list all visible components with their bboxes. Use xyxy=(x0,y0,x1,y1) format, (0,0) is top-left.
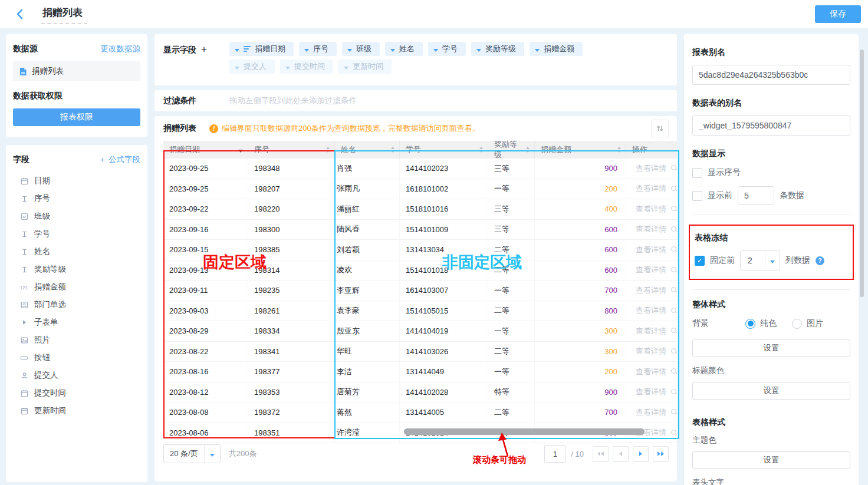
background-set-button[interactable]: 设置 xyxy=(692,339,850,357)
view-detail-link[interactable]: 查看详情 xyxy=(636,204,666,215)
page-number-input[interactable] xyxy=(544,445,565,463)
view-detail-link[interactable]: 查看详情 xyxy=(636,326,666,336)
column-header[interactable]: 捐赠金额 xyxy=(535,141,626,159)
field-item[interactable]: 序号 xyxy=(13,190,140,207)
last-page-button[interactable] xyxy=(653,446,669,462)
field-item[interactable]: 学号 xyxy=(13,225,140,243)
background-image-option[interactable]: 图片 xyxy=(792,318,823,329)
add-display-field-button[interactable]: + xyxy=(201,44,207,55)
previous-page-button[interactable] xyxy=(613,446,629,462)
display-field-chip[interactable]: 学号 xyxy=(428,42,466,56)
save-button[interactable]: 保存 xyxy=(815,5,861,23)
column-header[interactable]: 捐赠日期 xyxy=(163,141,248,159)
field-item[interactable]: 提交人 xyxy=(13,367,140,384)
sort-order-button[interactable] xyxy=(651,120,669,137)
magnifier-icon xyxy=(670,286,677,294)
freeze-columns-checkbox[interactable] xyxy=(695,256,705,266)
view-detail-link[interactable]: 查看详情 xyxy=(636,224,666,235)
cell-name: 潘丽红 xyxy=(335,199,400,220)
view-detail-link[interactable]: 查看详情 xyxy=(636,346,666,357)
page-size-select[interactable]: 20 条/页 xyxy=(163,444,221,463)
background-solid-option[interactable]: 纯色 xyxy=(745,318,777,329)
change-datasource-link[interactable]: 更改数据源 xyxy=(101,44,141,54)
cell-date: 2023-08-16 xyxy=(163,362,248,382)
chevron-down-icon xyxy=(433,49,438,52)
view-detail-link[interactable]: 查看详情 xyxy=(636,367,666,377)
display-field-chip[interactable]: 提交人 xyxy=(229,60,275,74)
view-detail-link[interactable]: 查看详情 xyxy=(636,163,666,174)
display-field-chip[interactable]: 捐赠日期 xyxy=(229,42,294,56)
next-page-button[interactable] xyxy=(633,446,649,462)
view-detail-link[interactable]: 查看详情 xyxy=(636,285,666,296)
field-item[interactable]: 提交时间 xyxy=(13,384,140,402)
preview-notice: 编辑界面只取数据源前200条作为查询数据预览，完整数据请访问页面查看。 xyxy=(209,123,480,134)
show-index-checkbox[interactable] xyxy=(692,168,702,178)
field-item[interactable]: 更新时间 xyxy=(13,402,140,420)
cell-action: 查看详情 xyxy=(626,382,677,403)
field-item[interactable]: 照片 xyxy=(13,331,140,349)
field-item[interactable]: 123捐赠金额 xyxy=(13,278,140,296)
page-count: / 10 xyxy=(571,450,584,458)
table-style-title: 表格样式 xyxy=(692,417,850,428)
cell-date: 2023-09-22 xyxy=(163,199,248,220)
field-item[interactable]: 姓名 xyxy=(13,243,140,260)
column-header[interactable]: 姓名 xyxy=(335,141,400,159)
view-detail-link[interactable]: 查看详情 xyxy=(636,387,666,397)
cell-student-id: 1414104019 xyxy=(400,321,488,342)
cell-amount: 200 xyxy=(535,179,626,200)
field-item[interactable]: 日期 xyxy=(13,172,140,190)
cell-name: 殷亚东 xyxy=(335,321,400,342)
display-field-chip[interactable]: 提交时间 xyxy=(280,60,333,74)
view-detail-link[interactable]: 查看详情 xyxy=(636,407,666,418)
data-display-title: 数据显示 xyxy=(692,149,850,159)
back-button[interactable] xyxy=(13,7,27,21)
person-icon xyxy=(20,371,28,380)
display-field-chip[interactable]: 序号 xyxy=(299,42,337,56)
cell-serial: 198351 xyxy=(248,423,335,444)
column-header[interactable]: 学号 xyxy=(400,141,488,159)
field-item[interactable]: 奖励等级 xyxy=(13,260,140,278)
vertical-scrollbar-thumb[interactable] xyxy=(860,50,864,297)
cell-grade: 二等 xyxy=(488,301,535,322)
view-detail-link[interactable]: 查看详情 xyxy=(636,183,666,194)
add-formula-field-link[interactable]: ＋ 公式字段 xyxy=(98,154,140,165)
column-header[interactable]: 奖励等级 xyxy=(488,141,535,159)
sort-desc-icon xyxy=(238,150,243,153)
display-field-chip[interactable]: 捐赠金额 xyxy=(530,42,583,56)
field-list: 日期序号班级学号姓名奖励等级123捐赠金额部门单选子表单照片按钮提交人提交时间更… xyxy=(13,172,140,420)
number-icon: 123 xyxy=(20,283,28,291)
cell-grade: 特等 xyxy=(488,382,535,403)
filter-dropzone[interactable]: 拖动左侧字段到此处来添加过滤条件 xyxy=(229,95,357,106)
cell-student-id: 131413034 xyxy=(400,240,488,260)
display-field-chip[interactable]: 奖励等级 xyxy=(471,42,524,56)
datasource-item[interactable]: 捐赠列表 xyxy=(13,61,140,81)
field-label: 提交时间 xyxy=(34,388,66,398)
cell-serial: 198261 xyxy=(248,301,335,322)
view-detail-link[interactable]: 查看详情 xyxy=(636,305,666,316)
display-field-chip[interactable]: 姓名 xyxy=(385,42,423,56)
report-alias-input[interactable] xyxy=(692,65,850,85)
theme-color-set-button[interactable]: 设置 xyxy=(692,451,850,469)
cell-student-id: 1414103026 xyxy=(400,342,488,362)
column-header[interactable]: 序号 xyxy=(248,141,335,159)
field-item[interactable]: 子表单 xyxy=(13,314,140,331)
view-detail-link[interactable]: 查看详情 xyxy=(636,265,666,275)
freeze-count-select[interactable]: 2 xyxy=(740,250,780,270)
field-label: 序号 xyxy=(34,193,50,204)
view-detail-link[interactable]: 查看详情 xyxy=(636,245,666,255)
report-permission-button[interactable]: 报表权限 xyxy=(13,108,140,126)
help-icon[interactable] xyxy=(816,256,824,265)
title-color-set-button[interactable]: 设置 xyxy=(692,382,850,400)
field-item[interactable]: 部门单选 xyxy=(13,296,140,314)
cell-action: 查看详情 xyxy=(626,199,677,220)
show-first-count-input[interactable] xyxy=(738,186,774,205)
show-first-checkbox[interactable] xyxy=(692,191,702,201)
field-item[interactable]: 班级 xyxy=(13,207,140,225)
table-alias-input[interactable] xyxy=(692,116,850,136)
horizontal-scrollbar-thumb[interactable] xyxy=(404,428,645,435)
display-field-chip[interactable]: 班级 xyxy=(342,42,380,56)
datasource-title: 数据源 xyxy=(13,44,38,54)
display-field-chip[interactable]: 更新时间 xyxy=(338,60,392,74)
first-page-button[interactable] xyxy=(593,446,609,462)
field-item[interactable]: 按钮 xyxy=(13,349,140,367)
